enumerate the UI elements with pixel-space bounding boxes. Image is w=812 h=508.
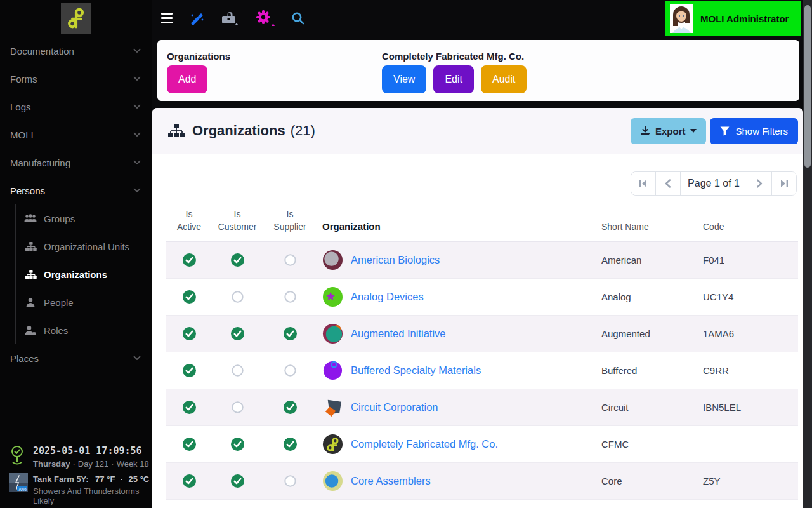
organization-cell: American Biologics: [317, 250, 601, 271]
is-supplier-cell: [263, 401, 317, 414]
export-label: Export: [655, 126, 686, 137]
panel-count: (21): [291, 123, 315, 139]
organization-cell: Circuit Corporation: [317, 397, 601, 418]
panel-title: Organizations: [192, 123, 285, 139]
footer-week: Week 18: [117, 459, 149, 469]
previous-page-button[interactable]: [656, 172, 681, 195]
sidebar-item-places[interactable]: Places: [0, 344, 152, 372]
code-cell: F041: [703, 255, 798, 265]
short-name-cell: CFMC: [601, 439, 703, 450]
organizations-table: IsActiveIsCustomerIsSupplierOrganization…: [166, 208, 798, 500]
sidebar-item-groups[interactable]: Groups: [16, 204, 152, 232]
app-logo[interactable]: [61, 3, 91, 34]
is-supplier-cell: [263, 364, 317, 377]
checked-icon: [231, 438, 244, 451]
first-page-button[interactable]: [631, 172, 656, 195]
action-right-title: Completely Fabricated Mfg. Co.: [382, 51, 524, 62]
table-row: Circuit CorporationCircuitIBN5LEL: [166, 389, 798, 426]
is-customer-cell: [212, 474, 263, 488]
is-active-cell: [166, 364, 212, 377]
chevron-down-icon: [133, 48, 141, 53]
sidebar-item-manufacturing[interactable]: Manufacturing: [0, 149, 152, 177]
organization-link[interactable]: Buffered Specialty Materials: [351, 364, 481, 377]
organization-cell: Buffered Specialty Materials: [317, 360, 601, 381]
gear-icon[interactable]: [256, 10, 275, 27]
scrollbar[interactable]: [803, 0, 812, 508]
organization-link[interactable]: Core Assemblers: [351, 475, 431, 487]
sidebar-item-persons[interactable]: Persons: [0, 177, 152, 204]
scrollbar-thumb[interactable]: [804, 5, 811, 168]
sidebar-item-label: Groups: [44, 213, 75, 224]
code-cell: Z5Y: [703, 476, 798, 486]
core-assemblers-logo: [322, 471, 343, 491]
temp-c: 25 °C: [129, 474, 150, 484]
sidebar-item-label: People: [44, 297, 74, 308]
person-icon: [23, 298, 37, 307]
user-avatar: [670, 4, 693, 33]
chevron-down-icon: [133, 132, 141, 137]
organization-cell: Core Assemblers: [317, 471, 601, 491]
organization-link[interactable]: Circuit Corporation: [351, 401, 438, 413]
sidebar-item-logs[interactable]: Logs: [0, 93, 152, 121]
panel-body: Page 1 of 1 IsActiveIsCustomerIsSupplier…: [152, 154, 803, 500]
sidebar-footer: 2025-05-01 17:09:56 Thursday·Day 121·Wee…: [0, 445, 152, 505]
buffered-specialty-materials-logo: [322, 360, 343, 381]
table-row: Buffered Specialty MaterialsBufferedC9RR: [166, 352, 798, 389]
persons-submenu: GroupsOrganizational UnitsOrganizationsP…: [15, 204, 152, 344]
last-page-button[interactable]: [772, 172, 796, 195]
panel-header: Organizations (21) Export Show Filters: [152, 108, 803, 154]
checked-icon: [183, 438, 196, 451]
sidebar-item-documentation[interactable]: Documentation: [0, 37, 152, 65]
footer-timestamp: 2025-05-01 17:09:56: [33, 445, 152, 457]
organization-link[interactable]: Completely Fabricated Mfg. Co.: [351, 438, 498, 450]
toolbox-icon[interactable]: [221, 11, 240, 26]
dot-separator: ·: [118, 474, 126, 484]
column-header-organization: Organization: [317, 220, 601, 233]
is-active-cell: [166, 327, 212, 340]
organization-link[interactable]: Analog Devices: [351, 291, 424, 303]
edit-button[interactable]: Edit: [433, 65, 474, 93]
show-filters-button[interactable]: Show Filters: [710, 118, 798, 144]
organizations-panel: Organizations (21) Export Show Filters: [152, 108, 803, 508]
checked-icon: [183, 327, 196, 340]
weather-station-label: Tank Farm 5Y:: [33, 474, 89, 484]
sidebar-item-organizations[interactable]: Organizations: [16, 260, 152, 288]
export-button[interactable]: Export: [631, 118, 707, 144]
audit-button[interactable]: Audit: [481, 65, 527, 93]
checked-icon: [183, 474, 196, 488]
sidebar-item-label: Roles: [44, 325, 68, 336]
dot-separator: ·: [108, 459, 116, 469]
pagination: Page 1 of 1: [631, 171, 797, 196]
weather-forecast: Showers And Thunderstorms Likely: [33, 486, 152, 505]
sidebar-item-label: Places: [10, 353, 133, 364]
chevron-down-icon: [133, 160, 141, 165]
short-name-cell: American: [601, 255, 703, 265]
is-active-cell: [166, 253, 212, 267]
view-button[interactable]: View: [382, 65, 426, 93]
augmented-initiative-logo: [322, 323, 343, 344]
chevron-down-icon: [133, 104, 141, 109]
chevron-down-icon: [133, 76, 141, 81]
svg-text:70%: 70%: [18, 487, 26, 491]
sidebar-item-forms[interactable]: Forms: [0, 65, 152, 93]
table-row: Core AssemblersCoreZ5Y: [166, 463, 798, 500]
organization-cell: Completely Fabricated Mfg. Co.: [317, 434, 601, 455]
add-button[interactable]: Add: [167, 65, 207, 93]
menu-icon[interactable]: [161, 13, 173, 23]
organization-link[interactable]: American Biologics: [351, 254, 440, 266]
user-menu[interactable]: MOLI Administrator: [665, 1, 801, 36]
is-customer-cell: [212, 364, 263, 377]
short-name-cell: Buffered: [601, 365, 703, 376]
magic-wand-icon[interactable]: [189, 11, 204, 26]
show-filters-label: Show Filters: [735, 126, 788, 137]
sidebar-item-roles[interactable]: Roles: [16, 316, 152, 344]
column-header-active: IsActive: [166, 208, 212, 233]
sidebar-item-moli[interactable]: MOLI: [0, 121, 152, 149]
column-header-supplier: IsSupplier: [263, 208, 317, 233]
search-icon[interactable]: [291, 11, 305, 25]
action-bar: Organizations Add Completely Fabricated …: [157, 40, 799, 101]
next-page-button[interactable]: [747, 172, 772, 195]
sidebar-item-organizational-units[interactable]: Organizational Units: [16, 232, 152, 260]
sidebar-item-people[interactable]: People: [16, 288, 152, 316]
organization-link[interactable]: Augmented Initiative: [351, 328, 446, 340]
